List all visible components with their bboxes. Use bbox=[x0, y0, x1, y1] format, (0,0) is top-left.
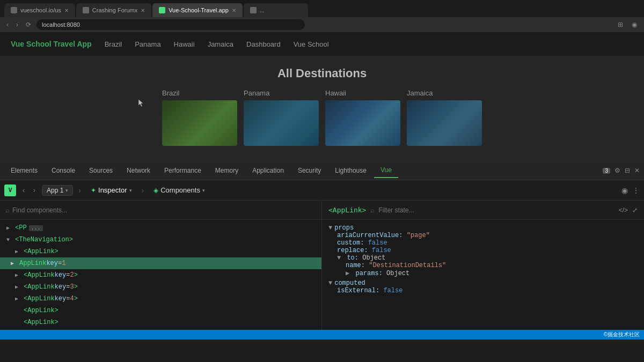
extensions-button[interactable]: ⊞ bbox=[615, 19, 626, 30]
tree-item-applink-3[interactable]: ▶ <AppLink key=3> bbox=[0, 281, 321, 293]
nav-link-jamaica[interactable]: Jamaica bbox=[208, 40, 233, 48]
tree-item-applink-5[interactable]: <AppLink> bbox=[0, 305, 321, 316]
devtools-tab-sources[interactable]: Sources bbox=[83, 163, 119, 178]
toggle-applink-1: ▶ bbox=[11, 260, 17, 267]
reload-button[interactable]: ⟳ bbox=[24, 20, 33, 29]
left-panel: ⌕ ▶ <PP ... ▼ <TheNavigation> bbox=[0, 201, 322, 330]
nav-link-dashboard[interactable]: Dashboard bbox=[246, 40, 281, 48]
dest-image-hawaii bbox=[325, 100, 400, 146]
tab-title-3: Vue-School-Travel.app bbox=[169, 7, 229, 13]
toggle-applink-0: ▶ bbox=[15, 248, 21, 255]
destination-card-panama[interactable]: Panama bbox=[244, 89, 319, 146]
code-icon[interactable]: </> bbox=[619, 206, 628, 214]
tab-4[interactable]: ... bbox=[244, 3, 308, 17]
tab-1[interactable]: vueschool.io/us ✕ bbox=[4, 3, 75, 17]
tree-item-applink-0[interactable]: ▶ <AppLink> bbox=[0, 246, 321, 257]
nav-link-brazil[interactable]: Brazil bbox=[105, 40, 122, 48]
devtools: Elements Console Sources Network Perform… bbox=[0, 161, 644, 330]
devtools-tab-application[interactable]: Application bbox=[246, 163, 290, 178]
destination-card-brazil[interactable]: Brazil bbox=[162, 89, 237, 146]
toggle-navigation: ▼ bbox=[6, 237, 13, 243]
app-content: Vue School Travel App Brazil Panama Hawa… bbox=[0, 32, 644, 161]
devtools-tab-performance[interactable]: Performance bbox=[158, 163, 208, 178]
devtools-tab-vue[interactable]: Vue bbox=[374, 163, 398, 178]
inspector-button[interactable]: ✦ Inspector ▾ bbox=[86, 185, 136, 195]
tree-item-routerview[interactable]: ▼ <RouterView> bbox=[0, 328, 321, 330]
devtools-close-icon[interactable]: ✕ bbox=[634, 167, 640, 174]
toggle-applink-4: ▶ bbox=[15, 295, 21, 302]
devtools-tab-lighthouse[interactable]: Lighthouse bbox=[328, 163, 373, 178]
prop-name-key: name: bbox=[346, 262, 365, 269]
eye-icon[interactable]: ◉ bbox=[621, 186, 628, 195]
devtools-tab-security[interactable]: Security bbox=[291, 163, 327, 178]
devtools-dock-icon[interactable]: ⊟ bbox=[625, 167, 630, 174]
tree-item-applink-1[interactable]: ▶ AppLink key=1 bbox=[0, 257, 321, 269]
vue-forward-button[interactable]: › bbox=[31, 186, 38, 195]
devtools-tab-elements[interactable]: Elements bbox=[4, 163, 44, 178]
prop-aria-key: ariaCurrentValue: bbox=[337, 232, 402, 239]
tab-close-3[interactable]: ✕ bbox=[232, 8, 236, 13]
profile-button[interactable]: ◉ bbox=[629, 19, 640, 30]
tag-applink-3-name: <AppLink bbox=[24, 283, 55, 291]
filter-state-input[interactable] bbox=[378, 206, 614, 214]
vue-toolbar: V ‹ › App 1 ▾ › ✦ Inspector ▾ › ◈ Compon… bbox=[0, 180, 644, 201]
computed-body: isExternal: false bbox=[328, 287, 638, 294]
props-header[interactable]: ▼ props bbox=[328, 224, 638, 232]
devtools-tab-network[interactable]: Network bbox=[120, 163, 157, 178]
inspector-icon: ✦ bbox=[91, 187, 96, 194]
destinations-grid: Brazil Panama Hawaii Jamaica bbox=[151, 89, 493, 146]
tree-item-applink-6[interactable]: <AppLink> bbox=[0, 316, 321, 328]
prop-params[interactable]: ▶ params: Object bbox=[346, 269, 638, 277]
external-link-icon[interactable]: ⤢ bbox=[632, 206, 638, 214]
dest-name-jamaica: Jamaica bbox=[407, 89, 482, 97]
browser-actions: ⊞ ◉ bbox=[615, 19, 640, 30]
tag-applink-4-name: <AppLink bbox=[24, 295, 55, 302]
tab-close-2[interactable]: ✕ bbox=[141, 8, 145, 13]
tree-item-applink-2[interactable]: ▶ <AppLink key=2> bbox=[0, 269, 321, 281]
forward-button[interactable]: › bbox=[14, 20, 20, 29]
nav-link-hawaii[interactable]: Hawaii bbox=[174, 40, 195, 48]
components-button[interactable]: ◈ Components ▾ bbox=[149, 185, 209, 195]
inspector-chevron-icon: ▾ bbox=[129, 188, 132, 193]
destination-card-jamaica[interactable]: Jamaica bbox=[407, 89, 482, 146]
nav-link-panama[interactable]: Panama bbox=[135, 40, 160, 48]
tab-2[interactable]: Crashing Forumx ✕ bbox=[76, 3, 151, 17]
devtools-badge: 3 bbox=[601, 167, 610, 174]
devtools-tab-memory[interactable]: Memory bbox=[209, 163, 245, 178]
tag-applink-6-name: <AppLink> bbox=[24, 319, 58, 326]
tab-close-1[interactable]: ✕ bbox=[64, 8, 69, 13]
tree-item-navigation[interactable]: ▼ <TheNavigation> bbox=[0, 234, 321, 246]
prop-to[interactable]: ▼ to: Object bbox=[337, 254, 638, 262]
address-bar: ‹ › ⟳ localhost:8080 ⊞ ◉ bbox=[0, 17, 644, 32]
search-input[interactable] bbox=[12, 206, 316, 214]
dest-image-brazil bbox=[162, 100, 237, 146]
dest-name-brazil: Brazil bbox=[162, 89, 237, 97]
pp-badge: ... bbox=[29, 225, 43, 231]
tab-title-2: Crashing Forumx bbox=[92, 7, 137, 13]
tree-item-applink-4[interactable]: ▶ <AppLink key=4> bbox=[0, 293, 321, 305]
toggle-applink-2: ▶ bbox=[15, 272, 21, 278]
tab-favicon-1 bbox=[11, 7, 17, 13]
tag-applink-1-name: AppLink bbox=[19, 260, 46, 267]
prop-custom: custom: false bbox=[337, 239, 638, 247]
computed-header[interactable]: ▼ computed bbox=[328, 279, 638, 287]
tree-item-pp[interactable]: ▶ <PP ... bbox=[0, 222, 321, 234]
vue-app-selector[interactable]: App 1 ▾ bbox=[42, 185, 73, 196]
url-bar[interactable]: localhost:8080 bbox=[36, 19, 305, 30]
devtools-settings-icon[interactable]: ⚙ bbox=[614, 167, 620, 174]
vue-back-button[interactable]: ‹ bbox=[20, 186, 27, 195]
vue-logo: V bbox=[4, 184, 16, 196]
nav-link-vueschool[interactable]: Vue School bbox=[294, 40, 329, 48]
devtools-tab-console[interactable]: Console bbox=[45, 163, 82, 178]
dest-image-jamaica bbox=[407, 100, 482, 146]
destination-card-hawaii[interactable]: Hawaii bbox=[325, 89, 400, 146]
tab-favicon-4 bbox=[250, 7, 257, 13]
browser-chrome: vueschool.io/us ✕ Crashing Forumx ✕ Vue-… bbox=[0, 0, 644, 32]
components-icon: ◈ bbox=[153, 187, 158, 194]
state-display: ▼ props ariaCurrentValue: "page" custom: bbox=[322, 220, 644, 330]
back-button[interactable]: ‹ bbox=[4, 20, 11, 29]
equals-1: = bbox=[58, 260, 62, 267]
prop-to-toggle-icon: ▼ bbox=[337, 254, 341, 262]
more-icon[interactable]: ⋮ bbox=[632, 186, 640, 195]
tab-3[interactable]: Vue-School-Travel.app ✕ bbox=[152, 3, 243, 17]
